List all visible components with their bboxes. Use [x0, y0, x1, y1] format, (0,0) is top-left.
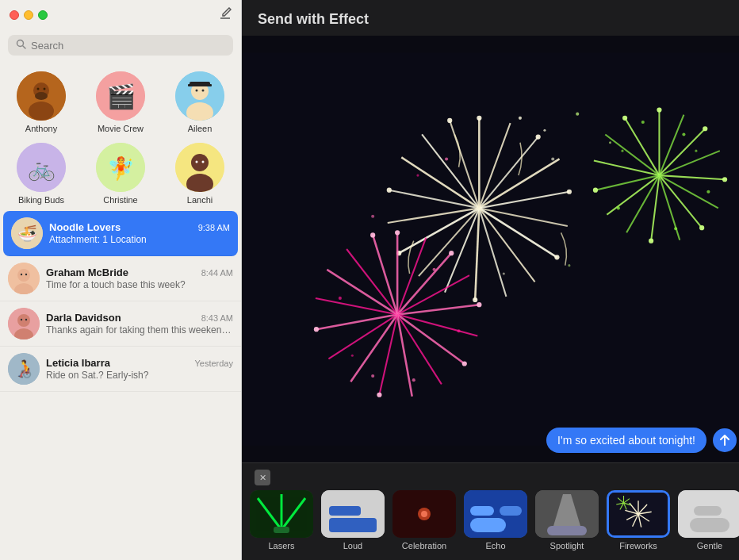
- effect-loud[interactable]: Loud: [321, 490, 385, 550]
- conv-info-graham-mcbride: Graham McBride 8:44 AM Time for a touch …: [46, 267, 233, 290]
- conv-preview-darla-davidson: Thanks again for taking them this weeken…: [46, 324, 233, 336]
- svg-point-31: [21, 274, 22, 275]
- svg-point-115: [477, 302, 481, 307]
- message-row: I'm so excited about tonight!: [546, 428, 737, 453]
- svg-point-6: [44, 88, 46, 90]
- effect-lasers[interactable]: Lasers: [250, 490, 313, 550]
- svg-point-62: [554, 255, 559, 259]
- search-input[interactable]: [31, 40, 225, 52]
- contact-name-biking-buds: Biking Buds: [18, 195, 64, 205]
- svg-rect-148: [470, 518, 506, 532]
- effects-scroll[interactable]: Lasers Loud: [242, 490, 739, 550]
- svg-point-14: [202, 90, 205, 92]
- svg-point-22: [191, 154, 209, 171]
- conversation-graham-mcbride[interactable]: Graham McBride 8:44 AM Time for a touch …: [0, 256, 241, 301]
- svg-point-87: [593, 188, 598, 193]
- svg-point-83: [703, 126, 707, 131]
- avatar-darla-davidson: [8, 308, 40, 339]
- svg-point-13: [196, 90, 198, 92]
- conversation-noodle-lovers[interactable]: 🍜 Noodle Lovers 9:38 AM Attachment: 1 Lo…: [3, 211, 238, 256]
- svg-point-89: [682, 132, 685, 136]
- svg-point-63: [473, 297, 477, 302]
- conv-info-leticia-ibarra: Leticia Ibarra Yesterday Ride on Sat.? E…: [46, 357, 233, 381]
- contact-name-lanchi: Lanchi: [187, 195, 213, 205]
- effect-label-fireworks: Fireworks: [619, 541, 657, 550]
- conversation-list: 🍜 Noodle Lovers 9:38 AM Attachment: 1 Lo…: [0, 211, 241, 560]
- conversation-leticia-ibarra[interactable]: 🧑‍🦽 Leticia Ibarra Yesterday Ride on Sat…: [0, 347, 241, 392]
- svg-point-113: [395, 230, 400, 235]
- contact-anthony[interactable]: Anthony: [3, 68, 79, 136]
- svg-point-0: [17, 40, 24, 47]
- search-bar[interactable]: [8, 35, 233, 56]
- titlebar: [0, 0, 241, 30]
- svg-rect-173: [694, 506, 722, 516]
- svg-rect-143: [329, 506, 361, 516]
- search-icon: [16, 39, 26, 52]
- contact-name-aileen: Aileen: [188, 124, 213, 133]
- contact-biking-buds[interactable]: 🚲 Biking Buds: [3, 140, 79, 208]
- svg-point-25: [202, 161, 205, 163]
- contact-name-movie-crew: Movie Crew: [98, 124, 144, 133]
- svg-point-95: [621, 150, 623, 152]
- svg-text:🧑‍🦽: 🧑‍🦽: [13, 358, 36, 379]
- close-button[interactable]: [10, 10, 19, 20]
- svg-point-84: [722, 177, 727, 182]
- svg-point-85: [699, 225, 704, 230]
- close-effect-button[interactable]: ✕: [255, 470, 270, 485]
- effect-thumb-fireworks: [607, 490, 670, 538]
- svg-point-24: [196, 161, 198, 163]
- compose-button[interactable]: [219, 7, 232, 23]
- effect-label-celebration: Celebration: [402, 541, 446, 550]
- svg-point-126: [519, 117, 522, 120]
- svg-point-94: [695, 150, 697, 152]
- avatar-aileen: [175, 71, 224, 121]
- svg-point-121: [457, 329, 460, 332]
- effect-thumb-spotlight: [535, 490, 599, 538]
- maximize-button[interactable]: [38, 10, 48, 20]
- contact-movie-crew[interactable]: 🎬 Movie Crew: [82, 68, 159, 136]
- svg-point-36: [21, 319, 22, 320]
- send-button[interactable]: [713, 428, 737, 452]
- svg-rect-40: [242, 52, 739, 445]
- avatar-christine: 🧚: [96, 143, 145, 192]
- main-header: Send with Effect: [242, 0, 739, 36]
- contact-lanchi[interactable]: Lanchi: [162, 140, 238, 208]
- svg-point-61: [567, 190, 572, 194]
- svg-point-4: [29, 102, 54, 121]
- avatar-noodle-lovers: 🍜: [11, 217, 43, 249]
- contact-christine[interactable]: 🧚 Christine: [82, 140, 159, 208]
- svg-rect-149: [470, 506, 494, 516]
- message-bubble: I'm so excited about tonight!: [546, 428, 706, 453]
- svg-point-82: [657, 107, 661, 112]
- svg-text:🚲: 🚲: [28, 155, 56, 182]
- contact-aileen[interactable]: Aileen: [162, 68, 238, 136]
- svg-point-120: [433, 268, 436, 271]
- pinned-contacts: Anthony 🎬 Movie Crew: [0, 62, 241, 211]
- sidebar: Anthony 🎬 Movie Crew: [0, 0, 242, 560]
- svg-point-90: [706, 190, 710, 194]
- svg-point-122: [371, 374, 374, 378]
- conv-info-darla-davidson: Darla Davidson 8:43 AM Thanks again for …: [46, 312, 233, 336]
- avatar-lanchi: [175, 143, 224, 192]
- effect-celebration[interactable]: Celebration: [392, 490, 456, 550]
- fireworks-display: [242, 36, 739, 462]
- conv-header-noodle-lovers: Noodle Lovers 9:38 AM: [49, 221, 230, 233]
- avatar-biking-buds: 🚲: [17, 143, 66, 192]
- effect-fireworks[interactable]: Fireworks: [607, 490, 670, 550]
- minimize-button[interactable]: [24, 10, 33, 20]
- svg-point-88: [622, 116, 627, 121]
- svg-text:🧚: 🧚: [107, 155, 135, 182]
- effect-gentle[interactable]: Gentle: [678, 490, 739, 550]
- svg-point-124: [412, 378, 415, 382]
- avatar-leticia-ibarra: 🧑‍🦽: [8, 353, 40, 385]
- svg-rect-153: [547, 526, 587, 535]
- svg-point-127: [543, 129, 546, 132]
- conv-time-darla-davidson: 8:43 AM: [201, 313, 233, 323]
- effect-spotlight[interactable]: Spotlight: [535, 490, 599, 550]
- conversation-darla-davidson[interactable]: Darla Davidson 8:43 AM Thanks again for …: [0, 301, 241, 347]
- svg-point-93: [674, 227, 677, 230]
- effect-echo[interactable]: Echo: [464, 490, 527, 550]
- conv-time-leticia-ibarra: Yesterday: [194, 359, 233, 368]
- svg-rect-16: [188, 84, 212, 86]
- svg-point-146: [421, 511, 427, 517]
